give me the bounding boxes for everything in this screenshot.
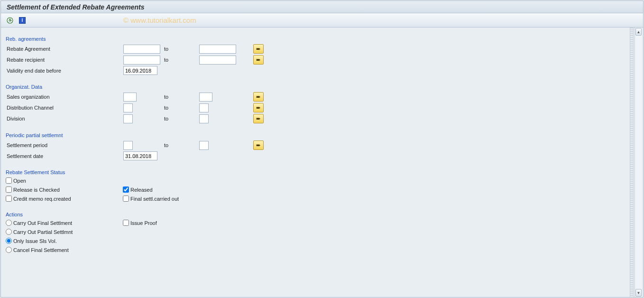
row-action-only-issue: Only Issue Sls Vol. [6, 237, 629, 246]
scroll-up-icon[interactable]: ▲ [635, 28, 642, 36]
row-action-cancel: Cancel Final Settlement [6, 246, 629, 255]
credit-memo-text: Credit memo req.created [13, 196, 71, 202]
scroll-down-icon[interactable]: ▼ [635, 289, 642, 297]
label-validity-end-before: Validity end date before [6, 65, 122, 75]
row-division: Division to ➨ [6, 113, 265, 124]
to-label: to [163, 92, 198, 102]
row-action-partial: Carry Out Partial Settlmnt [6, 228, 629, 237]
issue-proof-label[interactable]: Issue Proof [123, 220, 157, 226]
multiple-selection-icon[interactable]: ➨ [253, 114, 264, 123]
app-toolbar: i © www.tutorialkart.com [1, 13, 643, 28]
partial-settlement-radio[interactable] [6, 229, 12, 235]
row-dist-channel: Distribution Channel to ➨ [6, 102, 265, 113]
division-to-input[interactable] [199, 114, 209, 123]
dist-channel-to-input[interactable] [199, 103, 209, 112]
final-settlement-radio-label[interactable]: Carry Out Final Settlment [6, 220, 72, 226]
watermark: © www.tutorialkart.com [123, 16, 196, 24]
scrollbar[interactable]: ▲ ▼ [635, 28, 642, 297]
row-sales-org: Sales organization to ➨ [6, 92, 265, 102]
issue-proof-checkbox[interactable] [123, 220, 129, 226]
credit-memo-label[interactable]: Credit memo req.created [6, 196, 71, 202]
settlement-period-from-input[interactable] [123, 141, 133, 150]
section-reb-agreements: Reb. agreements [6, 36, 629, 42]
row-settlement-date: Settlement date [6, 151, 265, 161]
settlement-period-to-input[interactable] [199, 141, 209, 150]
multiple-selection-icon[interactable]: ➨ [253, 55, 264, 65]
to-label: to [163, 113, 198, 124]
multiple-selection-icon[interactable]: ➨ [253, 44, 264, 54]
app-window: Settlement of Extended Rebate Agreements… [0, 0, 644, 298]
row-rebate-recipient: Rebate recipient to ➨ [6, 55, 265, 65]
sales-org-from-input[interactable] [123, 93, 137, 102]
rebate-agreement-to-input[interactable] [199, 45, 236, 54]
cancel-final-text: Cancel Final Settlement [13, 247, 69, 253]
only-issue-radio-label[interactable]: Only Issue Sls Vol. [6, 238, 57, 244]
org-table: Sales organization to ➨ Distribution Cha… [6, 91, 265, 124]
cancel-final-radio-label[interactable]: Cancel Final Settlement [6, 247, 69, 253]
form-content: Reb. agreements Rebate Agreement to ➨ Re… [3, 28, 632, 296]
released-checkbox[interactable] [123, 186, 129, 193]
reb-table: Rebate Agreement to ➨ Rebate recipient t… [6, 43, 265, 76]
only-issue-radio[interactable] [6, 238, 12, 244]
execute-icon[interactable] [5, 16, 15, 25]
sales-org-to-input[interactable] [199, 93, 212, 102]
section-org-data: Organizat. Data [6, 84, 629, 90]
issue-proof-text: Issue Proof [130, 220, 157, 226]
to-label: to [163, 44, 198, 54]
label-settlement-date: Settlement date [6, 151, 122, 161]
released-label[interactable]: Released [123, 186, 152, 193]
row-release-released: Release is Checked Released [6, 186, 629, 195]
section-periodic-partial: Periodic partial settlemnt [6, 132, 629, 138]
only-issue-text: Only Issue Sls Vol. [13, 238, 57, 244]
release-checked-text: Release is Checked [13, 187, 60, 193]
division-from-input[interactable] [123, 114, 133, 123]
final-carried-out-label[interactable]: Final settl.carried out [123, 196, 179, 202]
multiple-selection-icon[interactable]: ➨ [253, 92, 264, 102]
label-sales-org: Sales organization [6, 92, 122, 102]
multiple-selection-icon[interactable]: ➨ [253, 140, 264, 150]
validity-end-before-input[interactable] [123, 66, 157, 75]
final-settlement-radio[interactable] [6, 220, 12, 226]
release-checked-label[interactable]: Release is Checked [6, 186, 60, 193]
final-carried-out-text: Final settl.carried out [130, 196, 179, 202]
to-label: to [163, 140, 198, 150]
rebate-agreement-from-input[interactable] [123, 45, 160, 54]
row-validity-end-before: Validity end date before [6, 65, 265, 75]
to-label: to [163, 102, 198, 113]
label-rebate-recipient: Rebate recipient [6, 55, 122, 65]
open-checkbox[interactable] [6, 177, 12, 184]
label-division: Division [6, 113, 122, 124]
row-action-final: Carry Out Final Settlment Issue Proof [6, 219, 629, 228]
credit-memo-checkbox[interactable] [6, 196, 12, 202]
multiple-selection-icon[interactable]: ➨ [253, 103, 264, 112]
title-bar: Settlement of Extended Rebate Agreements [1, 1, 643, 13]
pps-table: Settlement period to ➨ Settlement date [6, 140, 265, 161]
open-text: Open [13, 178, 26, 184]
settlement-date-input[interactable] [123, 151, 157, 160]
page-title: Settlement of Extended Rebate Agreements [7, 3, 144, 11]
info-icon[interactable]: i [17, 16, 28, 25]
row-rebate-agreement: Rebate Agreement to ➨ [6, 44, 265, 54]
final-settlement-text: Carry Out Final Settlment [13, 220, 72, 226]
section-actions: Actions [6, 212, 629, 217]
section-status: Rebate Settlement Status [6, 169, 629, 175]
released-text: Released [130, 187, 152, 193]
final-carried-out-checkbox[interactable] [123, 196, 129, 202]
to-label: to [163, 55, 198, 65]
label-settlement-period: Settlement period [6, 140, 122, 150]
row-settlement-period: Settlement period to ➨ [6, 140, 265, 150]
rebate-recipient-to-input[interactable] [199, 56, 236, 65]
rebate-recipient-from-input[interactable] [123, 56, 160, 65]
partial-settlement-text: Carry Out Partial Settlmnt [13, 229, 73, 235]
cancel-final-radio[interactable] [6, 247, 12, 253]
open-checkbox-label[interactable]: Open [6, 177, 26, 184]
dist-channel-from-input[interactable] [123, 103, 133, 112]
partial-settlement-radio-label[interactable]: Carry Out Partial Settlmnt [6, 229, 73, 235]
row-credit-final: Credit memo req.created Final settl.carr… [6, 195, 629, 204]
label-rebate-agreement: Rebate Agreement [6, 44, 122, 54]
release-checked-checkbox[interactable] [6, 186, 12, 193]
label-dist-channel: Distribution Channel [6, 102, 122, 113]
row-open: Open [6, 177, 629, 186]
